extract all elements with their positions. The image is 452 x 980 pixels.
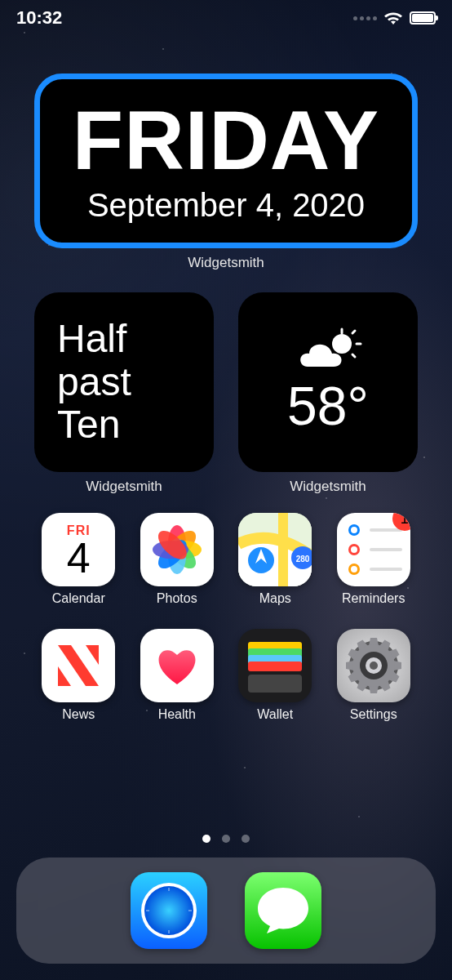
app-maps[interactable]: 280 Maps	[226, 513, 325, 606]
date-widget-date: September 4, 2020	[87, 187, 365, 224]
maps-icon: 280	[238, 513, 312, 586]
app-label: News	[62, 707, 95, 722]
svg-line-3	[352, 331, 355, 333]
app-label: Settings	[350, 707, 397, 722]
svg-point-20	[370, 662, 378, 670]
app-label: Wallet	[257, 707, 293, 722]
status-time: 10:32	[16, 7, 62, 29]
photos-icon	[140, 513, 214, 586]
app-messages[interactable]	[245, 872, 321, 949]
control-dots-icon	[353, 16, 377, 20]
app-label: Maps	[259, 591, 291, 606]
reminders-icon: 1	[337, 513, 410, 586]
app-label: Reminders	[342, 591, 405, 606]
page-dot[interactable]	[222, 835, 230, 843]
app-photos[interactable]: Photos	[128, 513, 227, 606]
app-label: Calendar	[52, 591, 105, 606]
fuzzy-time-text: Half past Ten	[34, 318, 214, 447]
calendar-icon: FRI 4	[42, 513, 115, 586]
page-dot[interactable]	[202, 835, 210, 843]
app-reminders[interactable]: 1 Reminders	[325, 513, 423, 606]
dock	[16, 858, 436, 964]
wifi-icon	[383, 11, 403, 25]
settings-icon	[337, 629, 410, 702]
app-label: Health	[158, 707, 196, 722]
svg-point-0	[332, 334, 352, 354]
weather-widget-label: Widgetsmith	[238, 479, 418, 495]
status-icons	[353, 11, 436, 25]
wallet-icon	[238, 629, 312, 702]
date-widget-day: FRIDAY	[73, 99, 379, 182]
weather-widget[interactable]: 58°	[238, 292, 418, 472]
safari-icon	[131, 872, 207, 949]
app-grid: FRI 4 Calendar Photos	[0, 513, 452, 722]
temperature-value: 58°	[287, 375, 369, 437]
app-wallet[interactable]: Wallet	[226, 629, 325, 722]
app-label: Photos	[157, 591, 197, 606]
app-news[interactable]: News	[29, 629, 128, 722]
app-safari[interactable]	[131, 872, 207, 949]
page-indicator[interactable]	[0, 835, 452, 843]
svg-text:280: 280	[296, 555, 310, 564]
svg-line-4	[352, 354, 355, 357]
app-settings[interactable]: Settings	[325, 629, 423, 722]
messages-icon	[245, 872, 321, 949]
news-icon	[42, 629, 115, 702]
svg-point-22	[144, 886, 193, 935]
partly-cloudy-icon	[291, 327, 365, 375]
health-icon	[140, 629, 214, 702]
battery-icon	[410, 11, 436, 24]
date-widget-label: Widgetsmith	[0, 255, 452, 271]
page-dot[interactable]	[242, 835, 250, 843]
fuzzy-time-widget[interactable]: Half past Ten	[34, 292, 214, 472]
calendar-icon-day: 4	[67, 537, 91, 579]
date-widget[interactable]: FRIDAY September 4, 2020	[34, 74, 418, 248]
app-calendar[interactable]: FRI 4 Calendar	[29, 513, 128, 606]
fuzzy-time-widget-label: Widgetsmith	[34, 479, 214, 495]
app-health[interactable]: Health	[128, 629, 227, 722]
status-bar: 10:32	[0, 0, 452, 36]
